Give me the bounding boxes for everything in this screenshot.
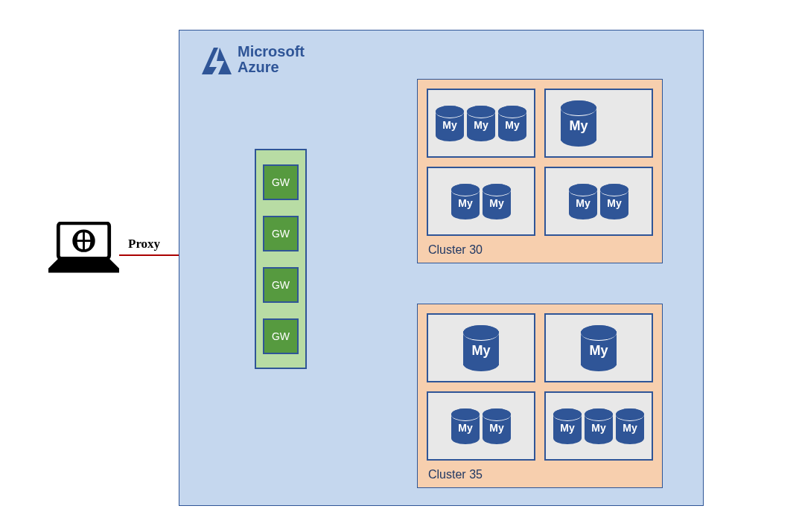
cluster-35-label: Cluster 35: [428, 468, 483, 481]
gateway-node-1: GW: [263, 164, 299, 200]
cluster-30: My My My My My My My My Cluster 30: [417, 79, 663, 263]
cluster-35: My My My My My My My Cluster 35: [417, 304, 663, 488]
azure-brand-text: Microsoft Azure: [238, 44, 305, 75]
mysql-db-icon: My: [463, 325, 499, 371]
mysql-db-icon: My: [616, 408, 644, 444]
cluster-30-label: Cluster 30: [428, 243, 483, 257]
mysql-db-icon: My: [600, 184, 628, 219]
connection-label: Proxy: [128, 237, 160, 251]
client-laptop-icon: [48, 222, 119, 274]
mysql-db-icon: My: [498, 106, 526, 141]
brand-line-2: Azure: [238, 60, 305, 75]
mysql-db-icon: My: [553, 408, 582, 444]
cluster-30-pod-2: My My: [427, 167, 535, 236]
diagram-canvas: Microsoft Azure GW GW GW GW My My My My …: [0, 0, 799, 532]
mysql-db-icon: My: [561, 100, 596, 147]
gateway-node-4: GW: [263, 318, 299, 354]
mysql-db-icon: My: [451, 408, 480, 444]
mysql-db-icon: My: [483, 184, 511, 219]
mysql-db-icon: My: [467, 106, 495, 141]
cluster-30-pod-0: My My My: [427, 89, 535, 158]
cluster-30-pod-1: My: [544, 89, 653, 158]
cluster-35-pods: My My My My My My My: [427, 313, 653, 461]
cluster-35-pod-0: My: [427, 313, 535, 382]
azure-logo: Microsoft Azure: [202, 44, 305, 75]
mysql-db-icon: My: [569, 184, 597, 219]
azure-icon: [202, 45, 232, 74]
mysql-db-icon: My: [585, 408, 613, 444]
cluster-30-pod-3: My My: [544, 167, 653, 236]
gateway-node-3: GW: [263, 267, 299, 303]
mysql-db-icon: My: [451, 184, 480, 219]
gateway-stack: GW GW GW GW: [255, 149, 307, 369]
mysql-db-icon: My: [581, 325, 617, 371]
cluster-35-pod-1: My: [544, 313, 653, 382]
mysql-db-icon: My: [483, 408, 511, 444]
gateway-node-2: GW: [263, 216, 299, 251]
cluster-30-pods: My My My My My My My My: [427, 89, 653, 236]
mysql-db-icon: My: [436, 106, 464, 141]
brand-line-1: Microsoft: [238, 44, 305, 60]
cluster-35-pod-2: My My: [427, 391, 535, 461]
cluster-35-pod-3: My My My: [544, 391, 653, 461]
